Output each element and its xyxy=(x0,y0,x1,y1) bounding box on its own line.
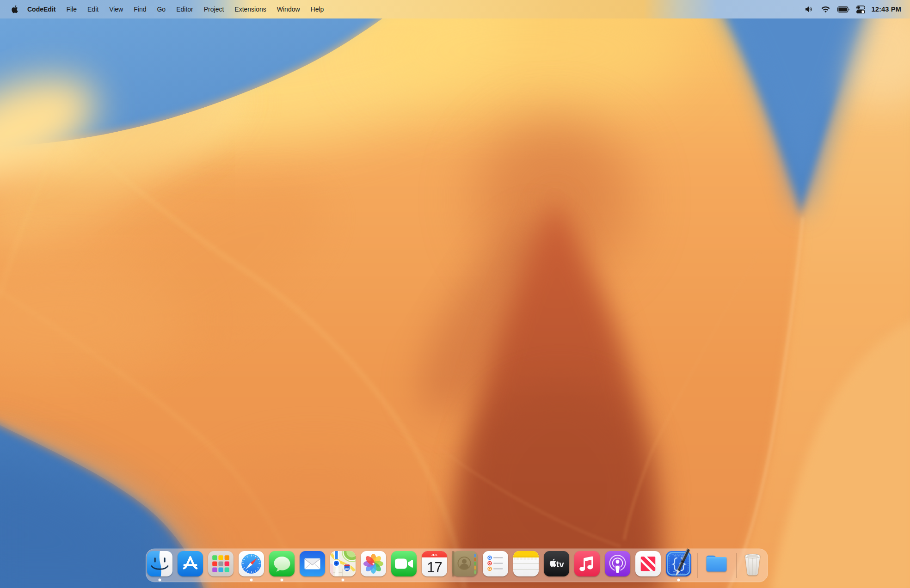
svg-text:280: 280 xyxy=(345,568,349,570)
svg-text:JUL: JUL xyxy=(431,553,438,557)
svg-text:17: 17 xyxy=(427,559,442,576)
svg-text:tv: tv xyxy=(556,559,564,569)
